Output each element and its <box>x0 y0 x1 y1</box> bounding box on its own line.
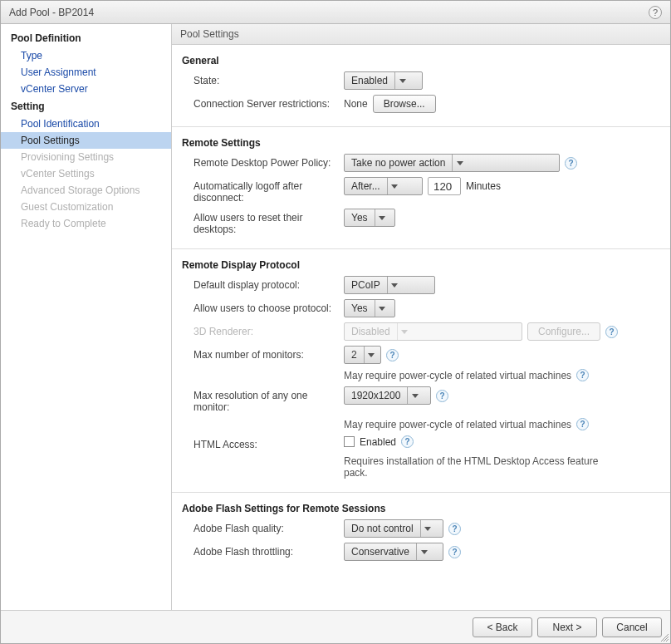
help-icon[interactable]: ? <box>565 157 577 170</box>
wizard-footer: < Back Next > Cancel <box>1 610 670 643</box>
sidebar-item-vcenter-server[interactable]: vCenter Server <box>1 81 171 97</box>
back-button[interactable]: < Back <box>473 617 532 637</box>
label-default-protocol: Default display protocol: <box>182 276 344 291</box>
section-remote-settings: Remote Settings Remote Desktop Power Pol… <box>172 127 670 249</box>
sidebar-group-setting: Setting <box>1 97 171 116</box>
help-icon[interactable]: ? <box>436 390 448 402</box>
html-access-note: Requires installation of the HTML Deskto… <box>344 455 610 479</box>
label-3d-renderer: 3D Renderer: <box>182 322 344 337</box>
sidebar-item-ready-to-complete: Ready to Complete <box>1 215 171 232</box>
chevron-down-icon <box>375 209 389 226</box>
section-title-display: Remote Display Protocol <box>182 259 660 271</box>
label-power-policy: Remote Desktop Power Policy: <box>182 154 344 169</box>
body: Pool Definition Type User Assignment vCe… <box>1 24 670 610</box>
sidebar-item-guest-customization: Guest Customization <box>1 199 171 215</box>
window-title: Add Pool - BP2014 <box>9 7 94 18</box>
chevron-down-icon <box>364 347 379 363</box>
chevron-down-icon <box>407 387 422 404</box>
allow-reset-value: Yes <box>345 212 375 224</box>
max-monitors-select[interactable]: 2 <box>344 346 381 364</box>
section-display-protocol: Remote Display Protocol Default display … <box>172 249 670 493</box>
monitors-note: May require power-cycle of related virtu… <box>344 370 571 381</box>
allow-reset-select[interactable]: Yes <box>344 209 395 227</box>
sidebar-item-type[interactable]: Type <box>1 47 171 64</box>
label-flash-quality: Adobe Flash quality: <box>182 519 344 534</box>
default-protocol-value: PCoIP <box>345 279 387 291</box>
renderer-value: Disabled <box>345 326 397 337</box>
help-icon[interactable]: ? <box>576 418 589 430</box>
help-icon[interactable]: ? <box>448 546 461 558</box>
max-monitors-value: 2 <box>345 349 364 361</box>
flash-quality-value: Do not control <box>345 523 420 534</box>
help-icon[interactable]: ? <box>401 435 414 448</box>
help-icon[interactable]: ? <box>386 349 399 361</box>
add-pool-wizard: Add Pool - BP2014 ? Pool Definition Type… <box>0 0 671 644</box>
chevron-down-icon <box>452 155 467 171</box>
label-max-resolution: Max resolution of any one monitor: <box>182 386 344 413</box>
power-policy-value: Take no power action <box>345 157 452 169</box>
label-max-monitors: Max number of monitors: <box>182 346 344 361</box>
titlebar-help-icon[interactable]: ? <box>649 6 662 19</box>
titlebar: Add Pool - BP2014 ? <box>1 1 670 24</box>
auto-logoff-select[interactable]: After... <box>344 177 423 195</box>
auto-logoff-minutes-input[interactable] <box>428 177 461 195</box>
chevron-down-icon <box>397 323 412 340</box>
html-access-check-label: Enabled <box>360 436 396 448</box>
chevron-down-icon <box>375 300 389 317</box>
sidebar-item-pool-identification[interactable]: Pool Identification <box>1 116 171 132</box>
max-resolution-select[interactable]: 1920x1200 <box>344 386 431 405</box>
main-header: Pool Settings <box>172 24 670 45</box>
label-auto-logoff: Automatically logoff after disconnect: <box>182 177 344 204</box>
resize-grip-icon[interactable] <box>659 632 669 642</box>
html-access-checkbox[interactable] <box>344 436 355 447</box>
flash-throttling-select[interactable]: Conservative <box>344 543 443 561</box>
label-allow-reset: Allow users to reset their desktops: <box>182 209 344 235</box>
state-select[interactable]: Enabled <box>344 71 423 90</box>
section-title-general: General <box>182 55 660 66</box>
choose-protocol-value: Yes <box>345 302 375 314</box>
section-title-flash: Adobe Flash Settings for Remote Sessions <box>182 503 660 514</box>
state-select-value: Enabled <box>345 75 394 86</box>
chevron-down-icon <box>420 520 435 537</box>
sidebar-group-pool-definition: Pool Definition <box>1 29 171 47</box>
browse-button[interactable]: Browse... <box>373 95 436 113</box>
label-state: State: <box>182 71 344 86</box>
main-panel: Pool Settings General State: Enabled Con… <box>171 24 670 610</box>
help-icon[interactable]: ? <box>605 326 618 338</box>
label-choose-protocol: Allow users to choose protocol: <box>182 299 344 314</box>
chevron-down-icon <box>394 72 409 89</box>
sidebar-item-pool-settings[interactable]: Pool Settings <box>1 132 171 149</box>
label-connection-restrictions: Connection Server restrictions: <box>182 95 344 110</box>
help-icon[interactable]: ? <box>448 523 461 535</box>
auto-logoff-unit: Minutes <box>466 180 501 192</box>
choose-protocol-select[interactable]: Yes <box>344 299 395 317</box>
next-button[interactable]: Next > <box>537 617 597 637</box>
sidebar-item-provisioning-settings: Provisioning Settings <box>1 149 171 165</box>
cancel-button[interactable]: Cancel <box>602 617 662 637</box>
sidebar-item-advanced-storage-options: Advanced Storage Options <box>1 182 171 199</box>
section-general: General State: Enabled Connection Server… <box>172 45 670 127</box>
label-flash-throttling: Adobe Flash throttling: <box>182 543 344 558</box>
connection-restrictions-value: None <box>344 95 368 113</box>
chevron-down-icon <box>416 543 431 560</box>
sidebar-item-vcenter-settings: vCenter Settings <box>1 165 171 182</box>
chevron-down-icon <box>387 277 402 293</box>
sidebar-item-user-assignment[interactable]: User Assignment <box>1 64 171 81</box>
power-policy-select[interactable]: Take no power action <box>344 154 560 172</box>
max-resolution-value: 1920x1200 <box>345 390 407 401</box>
default-protocol-select[interactable]: PCoIP <box>344 276 435 294</box>
max-resolution-note: May require power-cycle of related virtu… <box>344 419 571 430</box>
chevron-down-icon <box>387 178 402 194</box>
section-title-remote: Remote Settings <box>182 137 660 149</box>
renderer-select: Disabled <box>344 322 522 341</box>
wizard-sidebar: Pool Definition Type User Assignment vCe… <box>1 24 171 610</box>
flash-quality-select[interactable]: Do not control <box>344 519 443 538</box>
label-html-access: HTML Access: <box>182 435 344 450</box>
help-icon[interactable]: ? <box>576 369 589 381</box>
flash-throttling-value: Conservative <box>345 546 416 558</box>
configure-button: Configure... <box>527 322 600 341</box>
auto-logoff-select-value: After... <box>345 180 387 192</box>
section-flash: Adobe Flash Settings for Remote Sessions… <box>172 493 670 574</box>
